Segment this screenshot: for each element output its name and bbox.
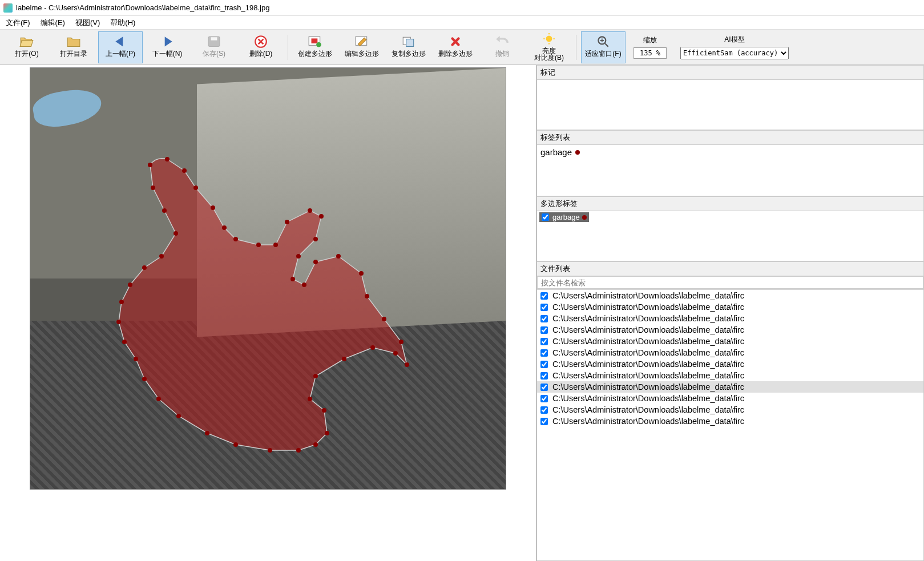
- file-checkbox[interactable]: [540, 349, 548, 357]
- svg-point-54: [319, 214, 324, 219]
- polygon-label-item[interactable]: garbage: [539, 212, 589, 222]
- zoom-value[interactable]: 135 %: [634, 47, 667, 59]
- file-checkbox[interactable]: [540, 292, 548, 300]
- svg-point-5: [316, 42, 321, 47]
- menu-edit[interactable]: 编辑(E): [41, 18, 65, 28]
- svg-point-22: [142, 265, 147, 270]
- file-checkbox[interactable]: [540, 372, 548, 380]
- file-list-item[interactable]: C:\Users\Administrator\Downloads\labelme…: [537, 301, 923, 313]
- svg-point-42: [393, 351, 398, 356]
- file-list-item[interactable]: C:\Users\Administrator\Downloads\labelme…: [537, 370, 923, 381]
- file-path-text: C:\Users\Administrator\Downloads\labelme…: [552, 302, 744, 312]
- flags-panel-header[interactable]: 标记: [536, 65, 924, 80]
- file-list-item[interactable]: C:\Users\Administrator\Downloads\labelme…: [537, 347, 923, 358]
- svg-point-58: [256, 243, 261, 247]
- label-list-header[interactable]: 标签列表: [536, 130, 924, 145]
- fit-window-button[interactable]: 适应窗口(F): [581, 31, 626, 63]
- svg-point-55: [308, 208, 312, 213]
- menu-file[interactable]: 文件(F): [6, 18, 30, 28]
- next-image-button[interactable]: 下一幅(N): [145, 31, 189, 63]
- edit-polygon-button[interactable]: 编辑多边形: [340, 31, 384, 63]
- delete-polygon-button[interactable]: 删除多边形: [433, 31, 478, 63]
- file-path-text: C:\Users\Administrator\Downloads\labelme…: [552, 337, 744, 346]
- menu-help[interactable]: 帮助(H): [110, 18, 135, 28]
- file-path-text: C:\Users\Administrator\Downloads\labelme…: [552, 405, 744, 414]
- file-search-input[interactable]: [537, 276, 923, 289]
- canvas-area[interactable]: [0, 65, 536, 561]
- file-checkbox[interactable]: [540, 384, 548, 391]
- svg-point-61: [211, 205, 215, 210]
- create-polygon-icon: [308, 35, 322, 48]
- delete-button[interactable]: 删除(D): [239, 31, 283, 63]
- label-list-panel[interactable]: garbage: [536, 145, 924, 196]
- file-path-text: C:\Users\Administrator\Downloads\labelme…: [552, 371, 744, 380]
- svg-point-25: [116, 320, 121, 324]
- svg-point-19: [162, 208, 167, 213]
- svg-point-34: [296, 448, 301, 453]
- svg-point-44: [399, 340, 404, 344]
- file-path-text: C:\Users\Administrator\Downloads\labelme…: [552, 382, 744, 392]
- svg-point-37: [322, 408, 326, 413]
- file-path-text: C:\Users\Administrator\Downloads\labelme…: [552, 348, 744, 357]
- brightness-contrast-button[interactable]: 亮度对比度(B): [527, 31, 571, 63]
- file-list-item[interactable]: C:\Users\Administrator\Downloads\labelme…: [537, 393, 923, 404]
- file-list-item[interactable]: C:\Users\Administrator\Downloads\labelme…: [537, 415, 923, 427]
- loaded-image[interactable]: [30, 67, 506, 490]
- polygon-visibility-checkbox[interactable]: [542, 213, 549, 221]
- svg-point-41: [370, 345, 375, 350]
- file-checkbox[interactable]: [540, 406, 548, 414]
- file-checkbox[interactable]: [540, 315, 548, 322]
- create-polygon-button[interactable]: 创建多边形: [293, 31, 337, 63]
- titlebar: labelme - C:\Users\Administrator\Downloa…: [0, 0, 924, 16]
- file-path-text: C:\Users\Administrator\Downloads\labelme…: [552, 360, 744, 369]
- open-dir-button[interactable]: 打开目录: [51, 31, 96, 63]
- svg-point-35: [313, 442, 318, 447]
- file-list-item[interactable]: C:\Users\Administrator\Downloads\labelme…: [537, 290, 923, 301]
- fit-window-icon: [596, 35, 611, 48]
- file-list-item[interactable]: C:\Users\Administrator\Downloads\labelme…: [537, 381, 923, 393]
- label-item[interactable]: garbage: [540, 147, 920, 157]
- file-list-item[interactable]: C:\Users\Administrator\Downloads\labelme…: [537, 324, 923, 336]
- file-list-panel[interactable]: C:\Users\Administrator\Downloads\labelme…: [536, 290, 924, 561]
- file-path-text: C:\Users\Administrator\Downloads\labelme…: [552, 314, 744, 323]
- open-button[interactable]: 打开(O): [5, 31, 49, 63]
- svg-point-43: [405, 362, 409, 367]
- svg-line-15: [605, 43, 608, 46]
- file-list-item[interactable]: C:\Users\Administrator\Downloads\labelme…: [537, 358, 923, 370]
- file-path-text: C:\Users\Administrator\Downloads\labelme…: [552, 325, 744, 334]
- svg-point-51: [290, 277, 295, 281]
- menu-view[interactable]: 视图(V): [75, 18, 100, 28]
- svg-point-45: [382, 317, 386, 321]
- file-checkbox[interactable]: [540, 395, 548, 402]
- flags-panel[interactable]: [536, 80, 924, 130]
- svg-point-38: [308, 397, 312, 401]
- app-icon: [3, 3, 13, 13]
- file-checkbox[interactable]: [540, 418, 548, 425]
- file-list-item[interactable]: C:\Users\Administrator\Downloads\labelme…: [537, 336, 923, 347]
- prev-image-button[interactable]: 上一幅(P): [98, 31, 143, 63]
- file-list-header[interactable]: 文件列表: [536, 261, 924, 276]
- file-list-item[interactable]: C:\Users\Administrator\Downloads\labelme…: [537, 313, 923, 324]
- svg-point-52: [296, 254, 301, 259]
- menubar: 文件(F) 编辑(E) 视图(V) 帮助(H): [0, 16, 924, 30]
- svg-point-20: [173, 231, 178, 236]
- file-checkbox[interactable]: [540, 304, 548, 311]
- brightness-icon: [542, 34, 556, 46]
- polygon-labels-header[interactable]: 多边形标签: [536, 196, 924, 211]
- svg-point-40: [342, 357, 346, 361]
- copy-polygon-button[interactable]: 复制多边形: [386, 31, 431, 63]
- file-checkbox[interactable]: [540, 326, 548, 334]
- file-checkbox[interactable]: [540, 361, 548, 368]
- polygon-annotation[interactable]: [64, 154, 418, 456]
- copy-icon: [401, 35, 416, 48]
- svg-point-62: [193, 185, 198, 190]
- separator: [288, 35, 288, 60]
- file-list-item[interactable]: C:\Users\Administrator\Downloads\labelme…: [537, 404, 923, 415]
- file-checkbox[interactable]: [540, 338, 548, 345]
- folder-icon: [66, 35, 81, 48]
- svg-point-29: [156, 397, 161, 401]
- polygon-labels-panel[interactable]: garbage: [536, 211, 924, 261]
- zoom-control: 缩放 135 %: [628, 35, 672, 59]
- ai-model-select[interactable]: EfficientSam (accuracy): [680, 47, 789, 59]
- svg-point-48: [336, 254, 341, 259]
